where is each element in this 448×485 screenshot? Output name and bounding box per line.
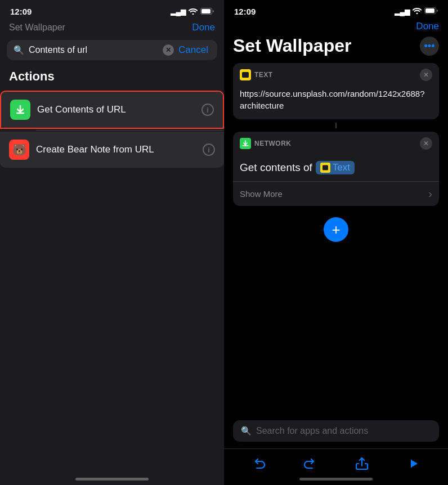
bottom-search-icon: 🔍 (241, 426, 252, 436)
search-icon: 🔍 (14, 45, 24, 55)
page-title: Set Wallpaper (233, 35, 351, 56)
show-more-row[interactable]: Show More › (233, 182, 439, 206)
show-more-label: Show More (240, 189, 283, 199)
section-title: Actions (0, 67, 224, 91)
add-button[interactable]: + (324, 217, 348, 242)
done-button-right[interactable]: Done (416, 21, 439, 32)
battery-icon (200, 7, 214, 16)
undo-button[interactable] (249, 453, 269, 474)
right-panel: 12:09 ▂▄▆ Done Set Wallpaper (224, 0, 448, 485)
redo-button[interactable] (300, 453, 320, 474)
bear-emoji: 🐻 (12, 143, 26, 156)
right-header: Done (224, 20, 448, 35)
search-bar: 🔍 ✕ Cancel (7, 40, 217, 60)
home-indicator-left (75, 478, 149, 480)
text-card-header: TEXT ✕ (233, 63, 439, 84)
network-card-body: Get contents of Text (233, 153, 439, 181)
action-list: Get Contents of URL i 🐻 Create Bear Note… (0, 91, 224, 168)
get-contents-text: Get contents of (240, 161, 312, 174)
action-item-get-contents[interactable]: Get Contents of URL i (0, 91, 224, 129)
bear-note-icon: 🐻 (9, 140, 29, 160)
peek-header: Set Wallpaper Done (0, 20, 224, 38)
get-contents-row: Get contents of Text (240, 158, 432, 178)
share-button[interactable] (352, 453, 372, 474)
action-divider (36, 130, 224, 131)
done-peek-button[interactable]: Done (192, 22, 215, 33)
status-icons-right: ▂▄▆ (395, 7, 438, 16)
text-card-close-button[interactable]: ✕ (420, 69, 432, 81)
signal-icon-right: ▂▄▆ (395, 8, 410, 16)
network-card: NETWORK ✕ Get contents of Text Show More… (233, 132, 439, 206)
network-type-icon (240, 138, 251, 149)
text-token[interactable]: Text (316, 161, 355, 174)
token-label: Text (333, 162, 350, 173)
status-bar-right: 12:09 ▂▄▆ (224, 0, 448, 20)
text-type-label: TEXT (240, 69, 273, 80)
wifi-icon-right (413, 7, 422, 16)
action-item-bear-note[interactable]: 🐻 Create Bear Note from URL i (0, 132, 224, 168)
cancel-button[interactable]: Cancel (178, 44, 208, 56)
text-card-url: https://source.unsplash.com/random/1242x… (233, 84, 439, 119)
more-button[interactable]: ••• (420, 37, 439, 56)
svg-rect-3 (425, 8, 434, 13)
status-bar-left: 12:09 ▂▄▆ (0, 0, 224, 20)
network-label: NETWORK (254, 140, 292, 147)
add-icon: + (331, 221, 340, 239)
network-card-close-button[interactable]: ✕ (420, 137, 432, 150)
text-type-icon (240, 69, 251, 80)
bottom-search-placeholder: Search for apps and actions (256, 426, 368, 436)
text-card: TEXT ✕ https://source.unsplash.com/rando… (233, 63, 439, 119)
network-type-label: NETWORK (240, 138, 292, 149)
token-icon (320, 163, 330, 173)
status-icons-left: ▂▄▆ (171, 7, 214, 16)
get-contents-label: Get Contents of URL (37, 104, 195, 115)
home-indicator-right (299, 478, 373, 480)
card-connector (335, 123, 337, 128)
search-input[interactable] (29, 45, 158, 55)
battery-icon-right (424, 7, 438, 16)
chevron-right-icon: › (428, 187, 432, 200)
time-right: 12:09 (234, 7, 256, 16)
spacer (224, 251, 448, 420)
text-label: TEXT (254, 71, 273, 79)
bottom-search-bar[interactable]: 🔍 Search for apps and actions (233, 420, 439, 442)
get-contents-info-button[interactable]: i (201, 104, 214, 116)
peek-title: Set Wallpaper (9, 23, 65, 33)
clear-button[interactable]: ✕ (163, 44, 174, 56)
network-card-header: NETWORK ✕ (233, 132, 439, 153)
get-contents-icon (10, 100, 30, 120)
left-panel: 12:09 ▂▄▆ Set Wallpaper Done (0, 0, 224, 485)
signal-icon: ▂▄▆ (171, 8, 186, 16)
svg-rect-1 (201, 9, 210, 14)
wifi-icon (189, 7, 198, 16)
bear-note-label: Create Bear Note from URL (36, 144, 196, 155)
bear-note-info-button[interactable]: i (203, 143, 215, 156)
play-button[interactable] (403, 453, 423, 474)
time-left: 12:09 (10, 7, 32, 16)
